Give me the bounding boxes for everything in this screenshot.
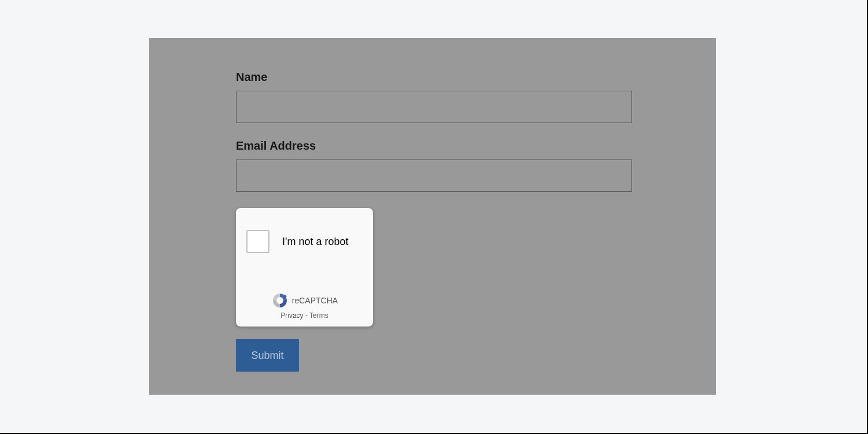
- recaptcha-label: I'm not a robot: [282, 236, 349, 248]
- name-input[interactable]: [236, 91, 632, 123]
- recaptcha-links: Privacy - Terms: [280, 311, 328, 320]
- recaptcha-brand-text: reCAPTCHA: [292, 296, 338, 305]
- email-input[interactable]: [236, 159, 632, 192]
- recaptcha-terms-link[interactable]: Terms: [309, 311, 328, 320]
- email-label: Email Address: [236, 139, 632, 153]
- recaptcha-separator: -: [304, 311, 309, 320]
- recaptcha-footer: reCAPTCHA Privacy - Terms: [236, 292, 373, 320]
- signup-form: Name Email Address I'm not a robot reCAP…: [236, 71, 632, 372]
- recaptcha-top-row: I'm not a robot: [236, 208, 373, 264]
- recaptcha-privacy-link[interactable]: Privacy: [280, 311, 303, 320]
- recaptcha-brand-row: reCAPTCHA: [271, 292, 338, 309]
- name-label: Name: [236, 71, 632, 84]
- submit-button[interactable]: Submit: [236, 339, 299, 372]
- recaptcha-checkbox[interactable]: [246, 230, 269, 253]
- recaptcha-icon: [271, 292, 289, 309]
- recaptcha-widget: I'm not a robot reCAPTCHA Privacy - Term…: [236, 208, 373, 327]
